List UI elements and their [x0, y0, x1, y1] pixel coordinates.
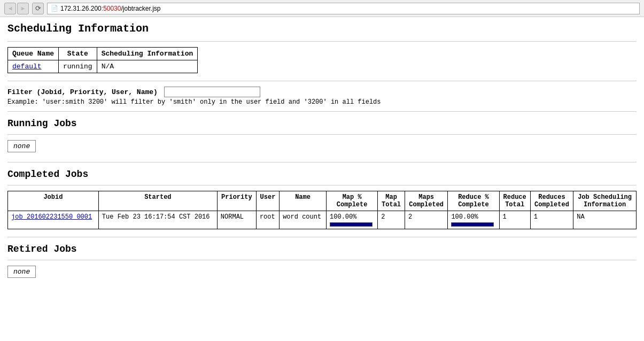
- job-user-cell: root: [256, 211, 279, 229]
- col-queue-name: Queue Name: [8, 48, 59, 60]
- job-maps-completed-cell: 2: [405, 211, 447, 229]
- job-reduce-total-cell: 1: [499, 211, 530, 229]
- completed-jobs-table: Jobid Started Priority User Name Map %Co…: [7, 191, 637, 229]
- job-scheduling-info-cell: NA: [573, 211, 637, 229]
- th-reduce-pct: Reduce %Complete: [448, 191, 499, 211]
- job-reduces-completed-cell: 1: [530, 211, 573, 229]
- th-map-pct: Map %Complete: [327, 191, 378, 211]
- divider-4: [7, 134, 637, 135]
- running-jobs-header: Running Jobs: [7, 118, 637, 129]
- th-priority: Priority: [217, 191, 256, 211]
- map-progress-container: 100.00%: [330, 213, 374, 227]
- th-reduces-completed: ReducesCompleted: [530, 191, 573, 211]
- page-icon: 📄: [51, 5, 58, 12]
- divider-6: [7, 185, 637, 185]
- queue-link[interactable]: default: [12, 63, 42, 71]
- th-job-scheduling-info: Job SchedulingInformation: [573, 191, 637, 211]
- reduce-progress-container: 100.00%: [451, 213, 495, 227]
- scheduling-info-cell: N/A: [97, 60, 198, 73]
- job-started-cell: Tue Feb 23 16:17:54 CST 2016: [98, 211, 217, 229]
- th-name: Name: [280, 191, 327, 211]
- job-row: job_201602231550_0001 Tue Feb 23 16:17:5…: [8, 211, 637, 229]
- browser-chrome: ◀ ▶ ⟳ 📄 172.31.26.200:50030/jobtracker.j…: [0, 0, 644, 17]
- retired-jobs-header: Retired Jobs: [7, 244, 637, 254]
- address-text: 172.31.26.200:50030/jobtracker.jsp: [60, 5, 161, 12]
- page-title: Scheduling Information: [7, 22, 637, 35]
- address-bar[interactable]: 📄 172.31.26.200:50030/jobtracker.jsp: [47, 3, 640, 14]
- back-button[interactable]: ◀: [4, 3, 16, 14]
- reduce-progress-bar-fill: [452, 223, 493, 226]
- job-id-cell: job_201602231550_0001: [8, 211, 99, 229]
- job-reduce-pct-cell: 100.00%: [448, 211, 499, 229]
- map-progress-bar-wrap: [330, 222, 373, 227]
- col-state: State: [59, 48, 97, 60]
- job-name-cell: word count: [280, 211, 327, 229]
- divider-5: [7, 162, 637, 162]
- th-started: Started: [98, 191, 217, 211]
- job-map-pct-cell: 100.00%: [327, 211, 378, 229]
- page-content: Scheduling Information Queue Name State …: [0, 17, 644, 288]
- th-maps-completed: MapsCompleted: [405, 191, 447, 211]
- filter-section: Filter (Jobid, Priority, User, Name) Exa…: [7, 87, 637, 106]
- scheduling-row: default running N/A: [8, 60, 198, 73]
- reload-button[interactable]: ⟳: [32, 3, 44, 14]
- running-jobs-empty: none: [7, 140, 36, 152]
- divider-2: [7, 81, 637, 81]
- filter-hint: Example: 'user:smith 3200' will filter b…: [7, 98, 637, 106]
- reduce-pct-label: 100.00%: [451, 213, 478, 221]
- job-map-total-cell: 2: [378, 211, 405, 229]
- map-pct-label: 100.00%: [330, 213, 356, 221]
- th-user: User: [256, 191, 279, 211]
- divider-7: [7, 237, 637, 237]
- retired-jobs-empty: none: [7, 266, 36, 278]
- filter-label: Filter (Jobid, Priority, User, Name): [7, 88, 158, 96]
- divider-3: [7, 111, 637, 112]
- th-map-total: MapTotal: [378, 191, 405, 211]
- job-link[interactable]: job_201602231550_0001: [11, 213, 92, 221]
- scheduling-table: Queue Name State Scheduling Information …: [7, 47, 198, 73]
- col-scheduling-info: Scheduling Information: [97, 48, 198, 60]
- queue-name-cell: default: [8, 60, 59, 73]
- divider-8: [7, 260, 637, 260]
- forward-button[interactable]: ▶: [17, 3, 29, 14]
- completed-jobs-header: Completed Jobs: [7, 169, 637, 180]
- th-reduce-total: ReduceTotal: [499, 191, 530, 211]
- filter-input[interactable]: [164, 87, 260, 97]
- th-jobid: Jobid: [8, 191, 99, 211]
- map-progress-bar-fill: [330, 223, 372, 226]
- reduce-progress-bar-wrap: [451, 222, 494, 227]
- state-cell: running: [59, 60, 97, 73]
- divider-1: [7, 41, 637, 42]
- job-priority-cell: NORMAL: [217, 211, 256, 229]
